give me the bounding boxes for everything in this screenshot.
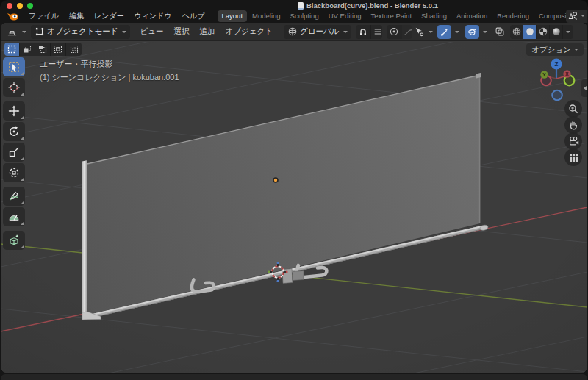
svg-text:Y: Y [542, 72, 546, 77]
tab-modeling[interactable]: Modeling [248, 10, 285, 22]
tab-texture-paint[interactable]: Texture Paint [367, 10, 416, 22]
toggle-orthographic-button[interactable] [564, 148, 582, 166]
shading-wireframe-button[interactable] [510, 25, 523, 39]
tab-rendering[interactable]: Rendering [492, 10, 534, 22]
shading-chevron-icon [566, 31, 570, 33]
shading-mode-segment [510, 25, 573, 39]
orientation-chevron-icon [343, 31, 348, 33]
editor-type-button[interactable] [4, 25, 29, 39]
tab-sculpting[interactable]: Sculpting [286, 10, 323, 22]
mode-selector[interactable]: オブジェクトモード [31, 25, 130, 39]
chevron-left-icon [584, 86, 587, 90]
tool-annotate[interactable] [3, 187, 25, 206]
select-mode-subtract-button[interactable] [35, 43, 51, 56]
menu-edit[interactable]: 編集 [64, 10, 89, 23]
select-difference-icon [54, 45, 62, 54]
shading-rendered-button[interactable] [550, 25, 563, 39]
falloff-dropdown[interactable] [401, 25, 412, 39]
tab-shading[interactable]: Shading [417, 10, 451, 22]
mode-chevron-icon [122, 31, 126, 33]
scene-dropdown-chevron-icon [581, 15, 585, 17]
timeline-area-edge[interactable] [1, 374, 587, 380]
gizmo-select-dropdown[interactable] [412, 25, 434, 39]
navigation-gizmo[interactable]: Z Y X [534, 57, 580, 104]
menu-file[interactable]: ファイル [24, 10, 64, 23]
scene-icon-part[interactable] [566, 10, 587, 23]
minimize-window-button[interactable] [17, 3, 23, 9]
close-window-button[interactable] [7, 3, 12, 9]
rotate-icon [8, 126, 20, 137]
tool-submenu-tick [21, 72, 24, 75]
move-icon [8, 105, 20, 117]
pan-button[interactable] [564, 116, 582, 134]
snap-with-icon [373, 27, 382, 36]
hand-icon [568, 120, 578, 130]
show-overlays-group [465, 25, 487, 39]
proportional-edit-group [387, 25, 412, 39]
tool-transform[interactable] [3, 163, 25, 182]
blender-window: Blackboard(curve).blend - Blender 5.0.1 … [0, 0, 588, 380]
snap-toggle-button[interactable] [356, 25, 370, 39]
select-mode-extend-button[interactable] [20, 43, 35, 56]
transform-orientation-selector[interactable]: グローバル [284, 25, 351, 39]
window-title-group: Blackboard(curve).blend - Blender 5.0.1 [298, 1, 438, 10]
tool-rotate[interactable] [3, 122, 25, 141]
tool-add-cube[interactable] [3, 231, 25, 250]
show-overlays-toggle[interactable] [465, 25, 479, 39]
gizmo-axis-neg-z[interactable] [552, 90, 562, 101]
view-name-label: ユーザー・平行投影 [40, 59, 179, 70]
sidebar-toggle[interactable] [581, 79, 587, 97]
tool-submenu-tick [21, 157, 24, 160]
gizmo-axis-pos-y[interactable]: Y [540, 71, 548, 78]
select-mode-intersect-button[interactable] [66, 43, 82, 56]
tab-animation[interactable]: Animation [452, 10, 492, 22]
shading-dropdown[interactable] [563, 25, 573, 39]
shading-solid-button[interactable] [523, 25, 537, 39]
viewport-header: オブジェクトモード ビュー 選択 追加 オブジェクト グローバル [1, 23, 587, 41]
menu-help[interactable]: ヘルプ [177, 10, 210, 23]
tool-scale[interactable] [3, 143, 25, 162]
overlays-icon [467, 27, 477, 37]
menu-add[interactable]: 追加 [194, 26, 220, 37]
scene-selector[interactable]: Scene [566, 10, 588, 23]
zoom-button[interactable] [564, 100, 582, 118]
select-mode-difference-button[interactable] [51, 43, 66, 56]
menu-window[interactable]: ウィンドウ [129, 10, 177, 23]
xray-toggle[interactable] [492, 25, 507, 39]
gizmo-select-chevron-icon [429, 31, 433, 33]
gizmo-axis-pos-z[interactable]: Z [551, 59, 562, 70]
tab-uv-editing[interactable]: UV Editing [324, 10, 366, 22]
transform-icon [8, 167, 20, 179]
object-mode-icon [35, 26, 45, 37]
gizmos-arrow-icon [440, 27, 449, 37]
annotate-icon [8, 190, 20, 202]
tool-submenu-tick [21, 178, 24, 181]
select-subtract-icon [38, 45, 47, 54]
options-button[interactable]: オプション [526, 43, 584, 56]
snap-settings-dropdown[interactable] [370, 25, 381, 39]
tool-submenu-tick [21, 222, 24, 225]
editor-type-chevron-icon [22, 31, 26, 33]
shading-material-button[interactable] [537, 25, 550, 39]
select-set-icon [7, 45, 16, 54]
tool-measure[interactable] [3, 207, 25, 226]
menu-view[interactable]: ビュー [135, 26, 168, 37]
fullscreen-window-button[interactable] [27, 3, 33, 9]
proportional-edit-toggle[interactable] [387, 25, 401, 39]
menu-select[interactable]: 選択 [168, 26, 194, 37]
viewport-canvas[interactable] [1, 42, 587, 373]
tool-select-box[interactable] [3, 57, 25, 76]
zoom-icon [568, 104, 578, 114]
tab-layout[interactable]: Layout [218, 10, 248, 22]
camera-view-button[interactable] [564, 132, 582, 150]
menu-object[interactable]: オブジェクト [220, 26, 277, 37]
show-gizmos-toggle[interactable] [437, 25, 451, 39]
select-mode-set-button[interactable] [4, 43, 20, 56]
blender-logo-icon[interactable] [7, 11, 19, 21]
tool-cursor[interactable] [3, 78, 25, 97]
gizmo-axis-pos-x[interactable]: X [563, 70, 570, 77]
tool-move[interactable] [3, 101, 25, 121]
tab-compositing[interactable]: Compositing [534, 10, 566, 22]
menu-render[interactable]: レンダー [89, 10, 129, 23]
tool-submenu-tick [21, 116, 24, 119]
